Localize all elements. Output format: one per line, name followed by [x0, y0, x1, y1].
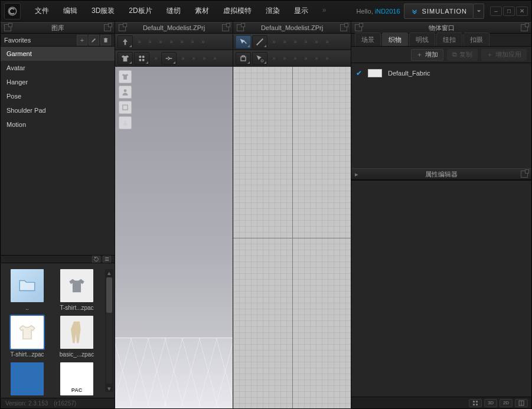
show-avatar-icon[interactable] [119, 86, 132, 99]
thumb-parent-folder[interactable]: .. [4, 269, 50, 311]
collapse-icon[interactable]: ▸ [355, 171, 362, 178]
tool-sewing[interactable] [236, 52, 251, 65]
tool-free-sewing[interactable] [252, 52, 267, 65]
menu-more-icon[interactable]: » [315, 2, 334, 19]
cat-hanger[interactable]: Hanger [1, 75, 115, 89]
toolbar-3d-row2: » » » » » [115, 50, 233, 67]
show-surface-icon[interactable] [119, 101, 132, 114]
menu-edit[interactable]: 编辑 [56, 2, 84, 19]
status-layout-icon[interactable] [515, 399, 528, 407]
menu-avatar[interactable]: 虚拟模特 [216, 2, 259, 19]
scroll-thumb[interactable] [106, 277, 112, 313]
tab-scene[interactable]: 场景 [355, 32, 381, 46]
tool-arrangement[interactable] [134, 52, 149, 65]
property-editor [351, 180, 531, 397]
app-window: 文件 编辑 3D服装 2D板片 缝纫 素材 虚拟模特 渲染 显示 » Hello… [0, 0, 532, 409]
copy-button[interactable]: ⧉复制 [447, 49, 478, 61]
cat-garment[interactable]: Garment [1, 47, 115, 61]
copy-label: 复制 [459, 50, 472, 59]
window-minimize-button[interactable]: – [490, 6, 502, 16]
tab-topstitch[interactable]: 明线 [409, 32, 435, 46]
add-label: 增加 [425, 50, 438, 59]
window-close-button[interactable]: ✕ [516, 6, 528, 16]
thumb-tshirt-white[interactable]: T-shirt...zpac [4, 316, 50, 358]
add-apply-button[interactable]: ＋增加应用 [481, 49, 527, 61]
viewport-3d[interactable] [115, 67, 233, 408]
menu-display[interactable]: 显示 [287, 2, 315, 19]
fabric-swatch[interactable] [368, 69, 382, 77]
popout2-icon[interactable] [340, 24, 347, 31]
version-bar: Version: 2.3.153 (r16257) [1, 398, 115, 408]
menu-file[interactable]: 文件 [28, 2, 56, 19]
refresh-button[interactable] [92, 256, 100, 263]
thumbs-scrollbar[interactable]: ▴ ▾ [105, 269, 113, 392]
fav-delete-button[interactable] [100, 35, 111, 45]
object-actions: ＋增加 ⧉复制 ＋增加应用 [351, 47, 531, 63]
app-logo-icon[interactable] [4, 3, 21, 19]
simulation-button[interactable]: SIMULATION [404, 4, 474, 19]
add-button[interactable]: ＋增加 [411, 49, 443, 61]
tab-buttonhole[interactable]: 扣眼 [464, 32, 489, 46]
tool-garment[interactable] [118, 52, 133, 65]
window-maximize-button[interactable]: □ [503, 6, 515, 16]
thumb-pac-file[interactable]: PAC [54, 362, 100, 398]
status-grid-icon[interactable] [469, 399, 482, 407]
svg-rect-6 [123, 105, 128, 110]
fabric-row[interactable]: ✔ Default_Fabric [356, 67, 527, 80]
popout2-icon[interactable] [521, 24, 528, 31]
tool-sep: » [199, 55, 208, 61]
tool-sep: » [269, 38, 278, 45]
tool-edit-pattern[interactable] [236, 35, 251, 48]
cat-motion[interactable]: Motion [1, 117, 115, 132]
thumb-label: T-shirt...zpac [54, 305, 100, 311]
thumb-tshirt-grey[interactable]: T-shirt...zpac [54, 269, 100, 311]
viewport-2d[interactable] [233, 67, 351, 408]
status-2d-button[interactable]: 2D [500, 399, 513, 407]
menu-render[interactable]: 渲染 [259, 2, 287, 19]
popout2-icon[interactable] [521, 171, 528, 178]
fav-edit-button[interactable] [89, 35, 99, 45]
tool-sep: » [311, 55, 321, 61]
popout-icon[interactable] [119, 24, 126, 31]
trash-icon [103, 37, 109, 43]
menu-2dpattern[interactable]: 2D板片 [122, 2, 159, 19]
list-icon [104, 256, 110, 262]
thumb-label: basic_...zpac [54, 351, 100, 358]
simulation-dropdown[interactable] [474, 4, 484, 19]
status-3d-button[interactable]: 3D [484, 399, 497, 407]
popout2-icon[interactable] [104, 24, 111, 31]
tool-align[interactable] [161, 52, 177, 65]
cat-avatar[interactable]: Avatar [1, 61, 115, 75]
thumb-pants[interactable]: basic_...zpac [54, 316, 100, 358]
menu-sewing[interactable]: 缝纫 [159, 2, 188, 19]
simulation-chevron-icon [410, 7, 419, 15]
check-icon[interactable]: ✔ [356, 69, 362, 77]
svg-rect-13 [476, 404, 478, 405]
tool-transform[interactable] [252, 35, 267, 48]
popout-icon[interactable] [4, 24, 11, 31]
show-bust-icon[interactable] [119, 116, 132, 129]
svg-point-9 [261, 60, 263, 62]
popout2-icon[interactable] [222, 24, 229, 31]
listview-button[interactable] [103, 256, 111, 263]
menu-material[interactable]: 素材 [188, 2, 216, 19]
thumb-fabric-swatch[interactable] [4, 362, 50, 398]
viewport-3d-panel: Default_Modelist.ZPrj » » » » » » » » » … [115, 22, 233, 408]
fav-add-button[interactable]: + [77, 35, 87, 45]
greeting-user: iND2016 [375, 8, 400, 15]
viewport-2d-title: Default_Modelist.ZPrj [244, 24, 340, 31]
svg-point-1 [139, 55, 141, 58]
object-panel-titlebar: 物体窗口 [351, 22, 531, 34]
popout-icon[interactable] [237, 24, 244, 31]
tool-simulate[interactable] [118, 35, 133, 48]
tab-button[interactable]: 纽扣 [436, 32, 462, 46]
library-splitbar[interactable] [1, 255, 115, 263]
cat-shoulder-pad[interactable]: Shoulder Pad [1, 103, 115, 117]
tshirt-icon [17, 322, 37, 342]
right-panel: 物体窗口 场景 织物 明线 纽扣 扣眼 ＋增加 ⧉复制 ＋增加应用 ✔ Defa… [351, 22, 531, 408]
tab-fabric[interactable]: 织物 [382, 32, 408, 46]
show-garment-icon[interactable] [119, 70, 132, 83]
cat-pose[interactable]: Pose [1, 89, 115, 103]
menu-3dgarment[interactable]: 3D服装 [84, 2, 122, 19]
popout-icon[interactable] [355, 24, 362, 31]
